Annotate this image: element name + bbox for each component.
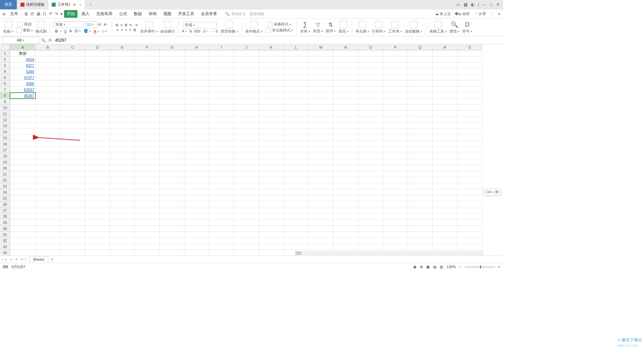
- copy-label[interactable]: 复制: [23, 28, 33, 33]
- cloud-status[interactable]: ☁ 未上云: [435, 11, 451, 16]
- inc-dec-icon[interactable]: .0→: [202, 29, 209, 33]
- align-top-icon[interactable]: ≣: [115, 23, 118, 27]
- paste-group[interactable]: 粘贴: [3, 21, 14, 34]
- undo-icon[interactable]: ↶: [49, 11, 53, 16]
- fill-button[interactable]: 填充: [338, 21, 349, 34]
- comma-icon[interactable]: 000: [194, 29, 200, 33]
- menu-tab-formula[interactable]: 公式: [116, 10, 130, 18]
- dec-font-icon[interactable]: A⁻: [104, 22, 108, 27]
- save-icon[interactable]: 🗎: [24, 11, 29, 16]
- align-left-icon[interactable]: ≡: [117, 28, 119, 32]
- align-bot-icon[interactable]: ≣: [124, 23, 127, 27]
- cellstyle-icon[interactable]: [265, 28, 271, 33]
- typeconv-button[interactable]: 类型转换: [220, 21, 239, 34]
- apps-icon[interactable]: ▦: [464, 2, 468, 7]
- ime-indicator[interactable]: CH ♪ 简: [484, 189, 501, 196]
- view-break-icon[interactable]: ▥: [440, 265, 443, 269]
- cut-label[interactable]: 剪切: [24, 22, 32, 27]
- wrap-button[interactable]: 自动换行: [160, 21, 176, 34]
- indent-dec-icon[interactable]: ⇤: [129, 23, 132, 27]
- sum-button[interactable]: ∑求和: [300, 21, 311, 34]
- menu-tab-view[interactable]: 视图: [161, 10, 174, 18]
- command-search[interactable]: 🔍 查找命令、搜索模板: [225, 11, 264, 16]
- menu-file[interactable]: 文件: [7, 10, 21, 18]
- align-mid-icon[interactable]: ≡: [120, 23, 122, 27]
- tblstyle-label[interactable]: 表格样式: [274, 22, 291, 27]
- cut-icon[interactable]: [17, 22, 23, 27]
- fillcolor-icon[interactable]: 🪣: [84, 29, 91, 33]
- zoom-slider[interactable]: [465, 266, 495, 267]
- maximize-icon[interactable]: □: [490, 2, 493, 7]
- qa-dropdown-icon[interactable]: ▾: [60, 11, 63, 16]
- saveas-icon[interactable]: ✆: [31, 11, 34, 16]
- collapse-ribbon-icon[interactable]: ∧: [498, 12, 500, 16]
- hamburger-icon[interactable]: ≡: [3, 11, 5, 17]
- menu-tab-pagelayout[interactable]: 页面布局: [94, 10, 115, 18]
- currency-icon[interactable]: ¥: [182, 29, 187, 33]
- cells-button[interactable]: 单元格: [355, 21, 370, 34]
- sheet-nav[interactable]: |◂ ◂ ▸ ▸|: [2, 257, 27, 261]
- name-box[interactable]: A8: [2, 37, 39, 44]
- menu-tab-review[interactable]: 审阅: [146, 10, 159, 18]
- tab-templates[interactable]: 找稻壳模板: [17, 0, 48, 9]
- align-justify-icon[interactable]: ≡: [129, 28, 131, 32]
- percent-icon[interactable]: %: [189, 29, 192, 33]
- preview-icon[interactable]: 🗋: [43, 11, 47, 16]
- format-painter[interactable]: 格式刷: [35, 21, 47, 34]
- zoom-out-icon[interactable]: −: [459, 265, 461, 269]
- sort-button[interactable]: ⇅排序: [325, 21, 336, 34]
- align-right-icon[interactable]: ≡: [125, 28, 127, 32]
- rowcol-button[interactable]: 行和列: [371, 21, 386, 34]
- layout-icon[interactable]: ▭: [456, 2, 460, 7]
- tab-add[interactable]: ＋: [85, 2, 96, 7]
- align-center-icon[interactable]: ≡: [121, 28, 123, 32]
- view-page-icon[interactable]: ▤: [433, 265, 436, 269]
- menu-more-icon[interactable]: ⋮: [490, 12, 494, 16]
- dec-dec-icon[interactable]: ←.0: [211, 29, 218, 33]
- tab-close-icon[interactable]: ×: [79, 3, 81, 7]
- orient-icon[interactable]: ≣: [133, 28, 136, 32]
- minimize-icon[interactable]: —: [482, 2, 487, 7]
- font-size-select[interactable]: 11: [85, 21, 97, 28]
- status-icon[interactable]: ⌨: [3, 265, 8, 269]
- bold-icon[interactable]: B: [55, 29, 58, 33]
- phonetic-icon[interactable]: ◇: [102, 29, 107, 33]
- zoom-in-icon[interactable]: +: [498, 265, 500, 269]
- collab-button[interactable]: �ја 协作: [455, 11, 470, 16]
- font-name-select[interactable]: 宋体: [54, 21, 84, 28]
- freeze-button[interactable]: 冻结窗格: [404, 21, 423, 34]
- cellstyle-label[interactable]: 单元格样式: [272, 28, 293, 33]
- sheet-button[interactable]: 工作表: [388, 21, 403, 34]
- copy-icon[interactable]: [16, 28, 21, 33]
- fx-search-icon[interactable]: 🔍: [41, 38, 46, 43]
- view-eye-icon[interactable]: ◉: [413, 265, 417, 269]
- sheet-tab-1[interactable]: Sheet1: [29, 256, 48, 262]
- condfmt-button[interactable]: 条件格式: [245, 21, 263, 34]
- border-icon[interactable]: 田: [74, 29, 81, 34]
- menu-tab-start[interactable]: 开始: [64, 10, 77, 18]
- inc-font-icon[interactable]: A⁺: [98, 22, 102, 27]
- redo-icon[interactable]: ↷: [55, 11, 58, 16]
- tab-workbook[interactable]: 工作簿1 ×: [48, 0, 85, 9]
- tblstyle-icon[interactable]: [267, 22, 272, 27]
- row-headers[interactable]: 1234567891011121314151617181920212223242…: [0, 50, 10, 256]
- indent-inc-icon[interactable]: ⇥: [135, 23, 138, 27]
- menu-tab-data[interactable]: 数据: [131, 10, 145, 18]
- find-button[interactable]: 🔍查找: [449, 21, 460, 34]
- symbol-button[interactable]: Ω符号: [462, 21, 473, 34]
- number-format-select[interactable]: 常规: [183, 22, 217, 29]
- sheet-add[interactable]: ＋: [50, 257, 54, 262]
- view-normal-icon[interactable]: ▦: [426, 265, 430, 269]
- filter-button[interactable]: ▽筛选: [312, 21, 324, 34]
- menu-tab-insert[interactable]: 插入: [79, 10, 92, 18]
- menu-tab-dev[interactable]: 开发工具: [175, 10, 197, 18]
- italic-icon[interactable]: I: [60, 29, 61, 33]
- formula-input[interactable]: [54, 38, 503, 43]
- tbltool-button[interactable]: 表格工具: [429, 21, 447, 34]
- cells[interactable]: 数据4414637752654737742656263745267: [10, 50, 503, 255]
- select-all-corner[interactable]: [0, 44, 10, 50]
- fx-icon[interactable]: fx: [49, 38, 52, 43]
- share-button[interactable]: ↗ 分享: [474, 11, 486, 16]
- horizontal-scrollbar[interactable]: [0, 251, 503, 255]
- strike-icon[interactable]: S̶: [69, 29, 72, 33]
